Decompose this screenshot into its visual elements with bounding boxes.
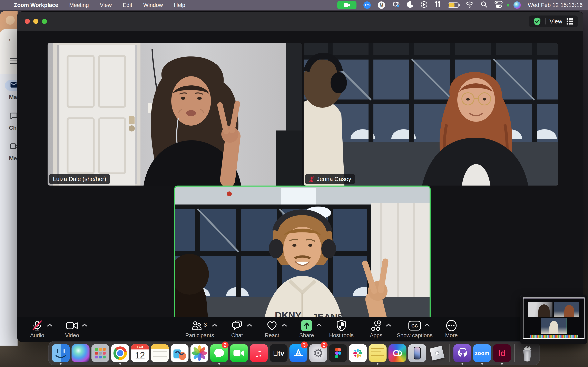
more-ellipsis-icon xyxy=(446,320,457,331)
gmail-menubar-icon[interactable]: M xyxy=(378,1,385,9)
appletv-app-icon: tv xyxy=(270,344,288,362)
gmail-background-window[interactable]: ← Mail Chat Meet xyxy=(0,11,17,346)
zoom-menubar-icon[interactable]: zm xyxy=(363,1,371,9)
roblox-app-icon xyxy=(428,344,446,362)
back-arrow-icon[interactable]: ← xyxy=(7,33,16,43)
mail-label: Mail xyxy=(9,94,17,100)
video-tile-jenna[interactable]: Jenna Casey xyxy=(303,43,558,185)
dock-apple-tv[interactable]: tv xyxy=(270,341,288,365)
dock-google-chrome[interactable] xyxy=(111,341,129,365)
wifi-icon[interactable] xyxy=(466,1,474,9)
dock-freeform[interactable] xyxy=(171,341,189,365)
menu-app-name[interactable]: Zoom Workplace xyxy=(14,2,58,8)
menu-edit[interactable]: Edit xyxy=(123,2,132,8)
adobe-creative-cloud-menubar-icon[interactable] xyxy=(392,1,400,10)
status-green-dot xyxy=(507,4,509,7)
participants-count: 3 xyxy=(204,322,207,328)
meet-camera-icon xyxy=(10,143,17,150)
host-tools-shield-icon xyxy=(336,320,346,331)
minimize-button[interactable] xyxy=(33,19,38,24)
dock-photos[interactable] xyxy=(190,341,208,365)
chat-label: Chat xyxy=(9,125,17,131)
figma-app-icon xyxy=(329,344,347,362)
dock-calendar[interactable]: FEB12 xyxy=(131,341,149,365)
github-app-icon xyxy=(453,344,471,362)
screen-mirror-thumbnail[interactable] xyxy=(520,295,587,344)
dock-trash[interactable] xyxy=(518,341,536,365)
video-options-caret[interactable] xyxy=(82,323,87,327)
siri-icon[interactable] xyxy=(513,1,521,9)
adobecc-app-icon xyxy=(389,344,406,362)
zach-video-feed: DKNY JEANS xyxy=(175,187,430,328)
heart-icon xyxy=(266,320,278,331)
hamburger-menu-icon[interactable] xyxy=(10,58,17,66)
siri-app-icon xyxy=(72,344,90,362)
dock-launchpad[interactable] xyxy=(91,341,109,365)
window-titlebar[interactable]: View xyxy=(17,12,583,31)
running-indicator-dot xyxy=(481,363,483,365)
dock-notes[interactable] xyxy=(151,341,169,365)
dock-github-desktop[interactable] xyxy=(453,341,471,365)
dock-music[interactable]: ♫ xyxy=(250,341,268,365)
battery-icon[interactable] xyxy=(448,2,458,8)
spotlight-search-icon[interactable] xyxy=(481,1,488,9)
dock-figma[interactable] xyxy=(329,341,347,365)
launchpad-app-icon xyxy=(91,344,109,362)
dock-roblox[interactable] xyxy=(428,341,446,365)
video-tile-zach[interactable]: DKNY JEANS Zach Montgomery (he/him) xyxy=(175,187,430,328)
menubar-clock[interactable]: Wed Feb 12 15:13:16 xyxy=(528,2,583,8)
video-button[interactable]: Video xyxy=(48,319,96,341)
dock-zoom-us[interactable]: zoom xyxy=(473,341,491,365)
gmail-nav-chat[interactable]: Chat xyxy=(0,107,17,138)
facetime-app-icon xyxy=(230,344,248,362)
dock-adobe-creative-cloud[interactable] xyxy=(389,341,406,365)
dock-iphone-mirroring[interactable] xyxy=(408,341,426,365)
dock-messages[interactable]: 2 xyxy=(210,341,228,365)
dock-adobe-indesign[interactable]: Id xyxy=(493,341,511,365)
dock-slack[interactable] xyxy=(349,341,367,365)
chrome-app-icon xyxy=(111,344,129,362)
video-tile-luiza[interactable]: Luiza Dale (she/her) xyxy=(48,43,302,185)
dock-siri[interactable] xyxy=(72,341,90,365)
menu-view[interactable]: View xyxy=(100,2,112,8)
zoom-meeting-window: View xyxy=(17,12,583,342)
dock-finder[interactable] xyxy=(52,341,70,365)
dock-app-store[interactable]: 3 xyxy=(290,341,307,365)
close-button[interactable] xyxy=(25,19,30,24)
zoom-app-icon: zoom xyxy=(473,344,491,362)
finder-app-icon xyxy=(52,344,70,362)
airpods-icon[interactable] xyxy=(434,1,441,9)
dock-system-settings[interactable]: ⚙2 xyxy=(309,341,327,365)
more-button[interactable]: More xyxy=(427,319,476,341)
participant-name: Jenna Casey xyxy=(317,176,351,183)
camera-active-indicator[interactable] xyxy=(337,1,356,9)
dock-facetime[interactable] xyxy=(230,341,248,365)
chat-bubble-icon xyxy=(232,320,242,331)
view-menu-button[interactable]: View xyxy=(529,16,578,27)
macos-menu-bar: Zoom Workplace Meeting View Edit Window … xyxy=(0,0,588,10)
indesign-app-icon: Id xyxy=(493,344,511,362)
chat-icon xyxy=(10,112,17,120)
security-shield-icon xyxy=(533,17,541,26)
notification-badge: 2 xyxy=(321,342,328,349)
gmail-nav-meet[interactable]: Meet xyxy=(0,138,17,168)
gmail-nav-mail[interactable]: Mail xyxy=(0,76,17,107)
running-indicator-dot xyxy=(462,363,463,365)
mini-dock xyxy=(530,335,578,338)
now-playing-icon[interactable] xyxy=(421,1,428,9)
closed-captions-icon: CC xyxy=(408,320,421,331)
menu-meeting[interactable]: Meeting xyxy=(69,2,89,8)
video-camera-icon xyxy=(343,3,350,7)
menu-help[interactable]: Help xyxy=(174,2,185,8)
focus-moon-icon[interactable] xyxy=(407,1,414,9)
control-center-icon[interactable] xyxy=(494,1,503,9)
dock-stickies[interactable] xyxy=(369,341,387,365)
menu-window[interactable]: Window xyxy=(143,2,163,8)
stickies-app-icon xyxy=(369,344,387,362)
battery-level xyxy=(449,3,454,7)
iphone-app-icon xyxy=(408,344,426,362)
video-camera-icon xyxy=(66,321,78,330)
fullscreen-button[interactable] xyxy=(42,19,47,24)
notification-badge: 2 xyxy=(222,342,229,349)
photos-app-icon xyxy=(190,344,208,362)
